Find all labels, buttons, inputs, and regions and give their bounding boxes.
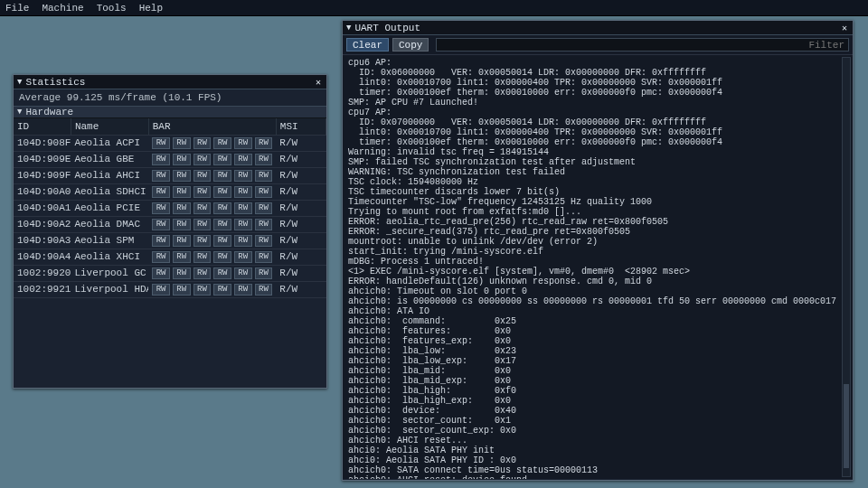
- bar-rw-button[interactable]: RW: [193, 267, 212, 279]
- scrollbar-thumb[interactable]: [844, 384, 849, 468]
- bar-rw-button[interactable]: RW: [173, 202, 191, 214]
- device-id: 1002:9920: [14, 265, 71, 281]
- clear-button[interactable]: Clear: [346, 38, 389, 52]
- bar-rw-button[interactable]: RW: [213, 284, 231, 296]
- bar-rw-button[interactable]: RW: [213, 137, 231, 149]
- menu-file[interactable]: File: [5, 3, 29, 14]
- menu-machine[interactable]: Machine: [42, 3, 83, 14]
- bar-rw-button[interactable]: RW: [193, 137, 212, 149]
- bar-rw-button[interactable]: RW: [213, 186, 231, 198]
- bar-rw-button[interactable]: RW: [234, 235, 252, 247]
- bar-rw-button[interactable]: RW: [152, 202, 170, 214]
- bar-rw-button[interactable]: RW: [173, 284, 191, 296]
- bar-rw-button[interactable]: RW: [193, 154, 212, 165]
- hardware-label: Hardware: [25, 107, 73, 117]
- bar-rw-button[interactable]: RW: [173, 235, 191, 247]
- device-name: Aeolia PCIE: [71, 200, 148, 216]
- bar-rw-button[interactable]: RW: [213, 154, 231, 165]
- uart-titlebar[interactable]: ▼ UART Output ✕: [343, 21, 853, 35]
- device-msi: R/W: [276, 281, 326, 297]
- bar-rw-button[interactable]: RW: [193, 251, 212, 263]
- bar-rw-button[interactable]: RW: [193, 235, 212, 247]
- col-header-bar[interactable]: BAR: [148, 118, 276, 135]
- bar-rw-button[interactable]: RW: [234, 154, 252, 165]
- bar-rw-button[interactable]: RW: [234, 251, 252, 263]
- bar-rw-button[interactable]: RW: [152, 186, 170, 198]
- bar-rw-button[interactable]: RW: [193, 284, 212, 296]
- device-bar: RWRWRWRWRWRW: [148, 183, 276, 200]
- bar-rw-button[interactable]: RW: [152, 251, 170, 263]
- menu-help[interactable]: Help: [139, 3, 163, 14]
- bar-rw-button[interactable]: RW: [152, 154, 170, 165]
- bar-rw-button[interactable]: RW: [173, 186, 191, 198]
- bar-rw-button[interactable]: RW: [255, 235, 273, 247]
- device-name: Aeolia SPM: [71, 232, 148, 249]
- device-name: Aeolia ACPI: [71, 135, 148, 151]
- device-name: Aeolia AHCI: [71, 167, 148, 183]
- device-name: Liverpool HDAC: [71, 281, 148, 297]
- bar-rw-button[interactable]: RW: [234, 202, 252, 214]
- collapse-icon[interactable]: ▼: [346, 23, 351, 33]
- bar-rw-button[interactable]: RW: [213, 170, 231, 182]
- bar-rw-button[interactable]: RW: [255, 137, 273, 149]
- device-id: 104D:90A2: [14, 216, 71, 232]
- col-header-msi[interactable]: MSI: [276, 118, 326, 135]
- bar-rw-button[interactable]: RW: [152, 284, 170, 296]
- scrollbar[interactable]: [842, 57, 851, 477]
- bar-rw-button[interactable]: RW: [152, 219, 170, 230]
- bar-rw-button[interactable]: RW: [255, 202, 273, 214]
- device-msi: R/W: [276, 167, 326, 183]
- bar-rw-button[interactable]: RW: [234, 219, 252, 230]
- collapse-icon[interactable]: ▼: [17, 78, 22, 87]
- bar-rw-button[interactable]: RW: [173, 219, 191, 230]
- close-icon[interactable]: ✕: [840, 23, 849, 33]
- bar-rw-button[interactable]: RW: [152, 267, 170, 279]
- col-header-name[interactable]: Name: [71, 118, 148, 135]
- device-name: Aeolia SDHCI: [71, 183, 148, 200]
- device-msi: R/W: [276, 265, 326, 281]
- bar-rw-button[interactable]: RW: [193, 202, 212, 214]
- bar-rw-button[interactable]: RW: [213, 251, 231, 263]
- hardware-section-header[interactable]: ▼ Hardware: [14, 106, 326, 118]
- bar-rw-button[interactable]: RW: [234, 284, 252, 296]
- bar-rw-button[interactable]: RW: [255, 284, 273, 296]
- device-name: Aeolia XHCI: [71, 249, 148, 265]
- bar-rw-button[interactable]: RW: [173, 137, 191, 149]
- device-id: 104D:909E: [14, 151, 71, 167]
- copy-button[interactable]: Copy: [392, 38, 429, 52]
- menu-tools[interactable]: Tools: [97, 3, 127, 14]
- device-bar: RWRWRWRWRWRW: [148, 151, 276, 167]
- bar-rw-button[interactable]: RW: [193, 186, 212, 198]
- device-name: Liverpool GC: [71, 265, 148, 281]
- bar-rw-button[interactable]: RW: [152, 235, 170, 247]
- bar-rw-button[interactable]: RW: [255, 219, 273, 230]
- bar-rw-button[interactable]: RW: [213, 202, 231, 214]
- bar-rw-button[interactable]: RW: [213, 235, 231, 247]
- bar-rw-button[interactable]: RW: [234, 267, 252, 279]
- bar-rw-button[interactable]: RW: [193, 219, 212, 230]
- bar-rw-button[interactable]: RW: [255, 251, 273, 263]
- close-icon[interactable]: ✕: [314, 77, 323, 88]
- bar-rw-button[interactable]: RW: [193, 170, 212, 182]
- bar-rw-button[interactable]: RW: [234, 170, 252, 182]
- bar-rw-button[interactable]: RW: [213, 267, 231, 279]
- bar-rw-button[interactable]: RW: [234, 137, 252, 149]
- device-bar: RWRWRWRWRWRW: [148, 135, 276, 151]
- bar-rw-button[interactable]: RW: [255, 170, 273, 182]
- bar-rw-button[interactable]: RW: [173, 154, 191, 165]
- statistics-titlebar[interactable]: ▼ Statistics ✕: [14, 75, 326, 89]
- bar-rw-button[interactable]: RW: [173, 267, 191, 279]
- col-header-id[interactable]: ID: [14, 118, 71, 135]
- filter-input[interactable]: [436, 38, 849, 52]
- bar-rw-button[interactable]: RW: [173, 170, 191, 182]
- bar-rw-button[interactable]: RW: [213, 219, 231, 230]
- bar-rw-button[interactable]: RW: [152, 137, 170, 149]
- collapse-icon[interactable]: ▼: [17, 108, 22, 117]
- bar-rw-button[interactable]: RW: [152, 170, 170, 182]
- bar-rw-button[interactable]: RW: [234, 186, 252, 198]
- bar-rw-button[interactable]: RW: [255, 186, 273, 198]
- statistics-title: Statistics: [25, 77, 85, 88]
- bar-rw-button[interactable]: RW: [255, 267, 273, 279]
- bar-rw-button[interactable]: RW: [255, 154, 273, 165]
- bar-rw-button[interactable]: RW: [173, 251, 191, 263]
